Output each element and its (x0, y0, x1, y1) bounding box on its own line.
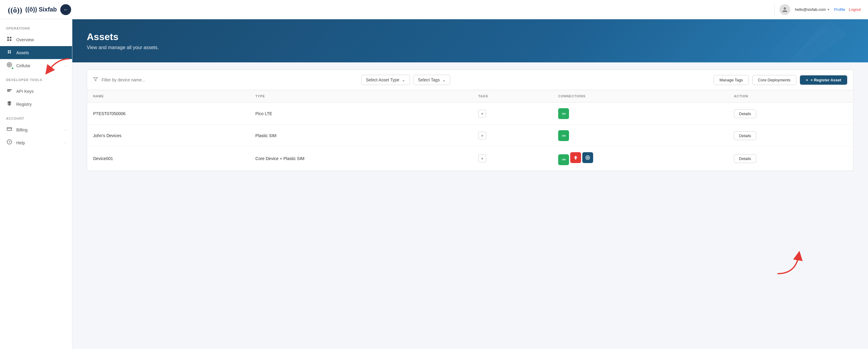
row-type: Plastic SIM (249, 125, 472, 147)
logo: ((ô)) ((ô)) Sixfab (7, 4, 57, 15)
row-name: PTEST07050006 (87, 102, 250, 125)
help-label: Help (16, 140, 25, 145)
header-right: hello@sixfab.com ▾ Profile Logout (774, 4, 861, 16)
col-type-header: TYPE (249, 90, 472, 103)
cellular-status-dot (11, 67, 13, 69)
billing-chevron-icon: › (65, 128, 66, 132)
add-tag-button[interactable]: + (478, 110, 486, 118)
avatar (779, 4, 790, 15)
sidebar-item-cellular[interactable]: Cellular › (0, 59, 72, 72)
back-button[interactable]: ← (60, 4, 71, 15)
core-deployments-button[interactable]: Core Deployments (752, 75, 796, 85)
svg-rect-2 (10, 37, 11, 38)
details-button[interactable]: Details (734, 154, 756, 163)
logo-icon: ((ô)) (7, 4, 22, 15)
filter-bar: Select Asset Type ⌄ Select Tags ⌄ Manage… (87, 70, 854, 90)
sidebar-item-api-keys[interactable]: API Keys (0, 85, 72, 98)
svg-rect-3 (7, 39, 9, 41)
table-header-row: NAME TYPE TAGS CONNECTIONS ACTION (87, 90, 854, 103)
api-keys-icon (6, 88, 13, 95)
row-name: Device001 (87, 147, 250, 171)
col-action-header: ACTION (728, 90, 853, 103)
user-info[interactable]: hello@sixfab.com ▾ (795, 7, 830, 12)
col-tags-header: TAGS (472, 90, 553, 103)
api-keys-label: API Keys (16, 89, 34, 94)
cellular-chevron-icon: › (65, 64, 66, 67)
manage-tags-button[interactable]: Manage Tags (714, 75, 749, 85)
sim-green-badge: SIM (558, 130, 569, 141)
help-chevron-icon: › (65, 141, 66, 145)
assets-label: Assets (16, 50, 29, 55)
row-tags: + (472, 147, 553, 171)
add-tag-button[interactable]: + (478, 155, 486, 162)
banner-bg-shape (766, 19, 856, 62)
table-area: Select Asset Type ⌄ Select Tags ⌄ Manage… (72, 62, 868, 349)
cellular-blue-badge (582, 152, 593, 163)
row-action: Details (728, 125, 853, 147)
svg-rect-1 (7, 37, 9, 38)
assets-table: NAME TYPE TAGS CONNECTIONS ACTION PTEST0… (87, 90, 854, 171)
table-row: PTEST07050006Pico LTE+SIMDetails (87, 102, 854, 125)
table-row: Device001Core Device + Plastic SIM+SIMDe… (87, 147, 854, 171)
sidebar-item-billing[interactable]: Billing › (0, 123, 72, 136)
details-button[interactable]: Details (734, 131, 756, 140)
operations-section-label: Operations (0, 27, 72, 33)
sim-green-badge: SIM (558, 154, 569, 165)
overview-label: Overview (16, 37, 34, 42)
chevron-down-icon: ▾ (828, 8, 829, 11)
col-name-header: NAME (87, 90, 250, 103)
select-tags-dropdown[interactable]: Select Tags ⌄ (413, 75, 450, 85)
content-area: Assets View and manage all your assets. … (72, 19, 868, 349)
back-icon: ← (63, 7, 68, 12)
svg-point-7 (8, 52, 9, 54)
sidebar-item-overview[interactable]: Overview (0, 33, 72, 46)
svg-text:((ô)): ((ô)) (8, 6, 22, 14)
svg-point-21 (587, 157, 588, 158)
add-tag-button[interactable]: + (478, 132, 486, 139)
cellular-icon (6, 62, 13, 69)
svg-marker-18 (93, 77, 97, 81)
sim-green-badge: SIM (558, 108, 569, 119)
select-asset-type-label: Select Asset Type (366, 77, 399, 82)
sidebar: Operations Overview Assets Cellular › De… (0, 19, 72, 349)
row-action: Details (728, 102, 853, 125)
header-links: Profile Logout (834, 7, 861, 12)
register-asset-button[interactable]: + + Register Asset (800, 75, 847, 85)
overview-icon (6, 36, 13, 43)
account-section-label: Account (0, 117, 72, 123)
plus-icon: + (806, 78, 808, 82)
developer-tools-section-label: Developer Tools (0, 78, 72, 85)
sidebar-item-registry[interactable]: Registry (0, 98, 72, 110)
sidebar-item-assets[interactable]: Assets (0, 46, 72, 59)
asset-type-chevron-icon: ⌄ (402, 77, 405, 82)
row-name: John's Devices (87, 125, 250, 147)
profile-link[interactable]: Profile (834, 7, 845, 12)
svg-rect-13 (7, 91, 10, 92)
upload-red-badge (570, 152, 581, 163)
row-tags: + (472, 102, 553, 125)
sidebar-item-help[interactable]: ? Help › (0, 136, 72, 149)
help-icon: ? (6, 139, 13, 146)
main-layout: Operations Overview Assets Cellular › De… (0, 19, 868, 349)
assets-icon (6, 49, 13, 56)
svg-point-5 (8, 50, 9, 52)
row-connections: SIM (552, 147, 728, 171)
logout-link[interactable]: Logout (849, 7, 861, 12)
user-email: hello@sixfab.com (795, 7, 826, 12)
svg-rect-14 (7, 127, 12, 131)
row-type: Pico LTE (249, 102, 472, 125)
svg-rect-12 (7, 89, 12, 90)
select-tags-label: Select Tags (418, 77, 440, 82)
billing-label: Billing (16, 127, 27, 132)
registry-icon (6, 101, 13, 107)
banner-title: Assets (87, 31, 854, 42)
top-header: ((ô)) ((ô)) Sixfab ← hello@sixfab.com ▾ … (0, 0, 868, 19)
filter-icon (93, 77, 98, 83)
svg-point-6 (10, 50, 11, 52)
select-asset-type-dropdown[interactable]: Select Asset Type ⌄ (361, 75, 410, 85)
details-button[interactable]: Details (734, 109, 756, 118)
col-connections-header: CONNECTIONS (552, 90, 728, 103)
svg-point-8 (10, 52, 11, 54)
filter-input[interactable] (101, 77, 358, 82)
table-row: John's DevicesPlastic SIM+SIMDetails (87, 125, 854, 147)
